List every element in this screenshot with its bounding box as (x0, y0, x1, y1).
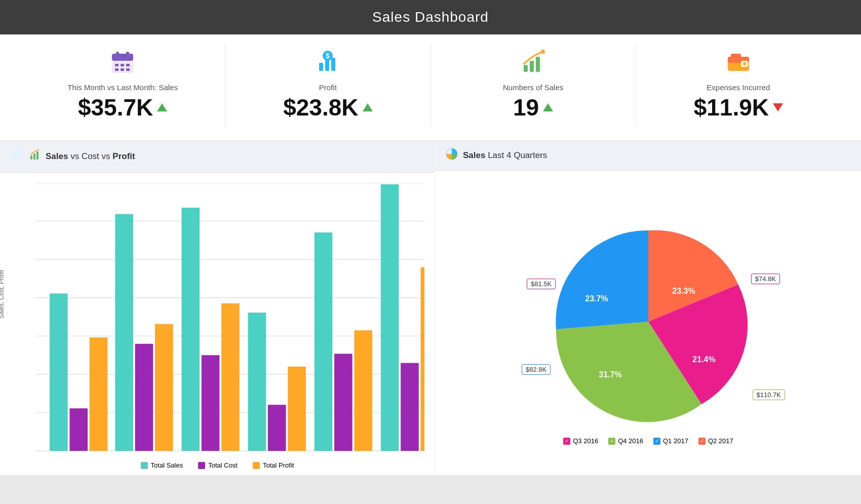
bar-chart-panel: 💰 Sales vs Cost vs Profit Sales, Cost, P… (0, 141, 435, 475)
kpi-profit: $ Profit $23.8K (225, 45, 430, 126)
kpi-numsales-trend-icon (543, 103, 553, 111)
svg-text:23.7%: 23.7% (585, 294, 608, 303)
bar-chart-title: Sales vs Cost vs Profit (46, 151, 135, 162)
bar-chart-icon: 💰 (10, 148, 24, 165)
svg-rect-23 (731, 54, 741, 58)
svg-rect-57 (315, 232, 333, 451)
header: Sales Dashboard (0, 0, 861, 34)
svg-rect-46 (69, 408, 88, 451)
kpi-profit-value: $23.8K (283, 94, 372, 121)
header-title: Sales Dashboard (372, 9, 489, 25)
pie-label-q3: $74.8K (751, 274, 780, 284)
svg-rect-45 (50, 293, 68, 451)
svg-rect-59 (354, 330, 372, 451)
kpi-sales-label: This Month vs Last Month: Sales (67, 83, 178, 92)
svg-rect-51 (181, 208, 200, 451)
svg-rect-62 (421, 267, 424, 451)
bar-chart-legend: Total Sales Total Cost Total Profit (0, 457, 435, 475)
svg-rect-52 (202, 355, 220, 451)
svg-rect-49 (135, 344, 153, 451)
svg-rect-5 (121, 64, 124, 66)
kpi-numsales: Numbers of Sales 19 (430, 45, 636, 126)
svg-rect-50 (155, 324, 173, 451)
svg-rect-15 (524, 65, 528, 72)
legend-total-sales: Total Sales (141, 461, 183, 469)
bar-chart-body: Sales, Cost, Profit $35K $30K $25K $20K (0, 173, 435, 475)
kpi-numsales-label: Numbers of Sales (503, 83, 563, 92)
svg-rect-48 (115, 214, 133, 451)
svg-point-18 (541, 50, 545, 54)
svg-rect-53 (221, 303, 240, 451)
svg-rect-60 (381, 184, 399, 451)
pie-label-q1: $82.8K (522, 364, 551, 375)
svg-rect-61 (401, 363, 419, 451)
pie-label-q2: $81.5K (527, 279, 556, 289)
kpi-expenses-trend-icon (773, 103, 783, 111)
svg-text:$: $ (326, 52, 330, 60)
svg-rect-6 (126, 64, 130, 66)
kpi-sales-value: $35.7K (78, 94, 167, 121)
svg-rect-17 (536, 57, 540, 72)
pie-chart-icon (446, 148, 458, 163)
svg-rect-1 (112, 54, 133, 61)
svg-rect-56 (288, 367, 306, 451)
pie-chart-title: Sales Last 4 Quarters (463, 150, 547, 161)
svg-rect-8 (121, 68, 124, 71)
svg-rect-47 (90, 337, 108, 451)
svg-rect-9 (126, 68, 130, 71)
svg-text:23.3%: 23.3% (672, 287, 695, 295)
svg-rect-4 (115, 64, 119, 66)
svg-rect-26 (30, 156, 32, 160)
svg-rect-3 (126, 52, 129, 57)
svg-rect-58 (334, 354, 353, 451)
kpi-expenses-value: $11.9K (694, 94, 783, 121)
svg-rect-16 (530, 61, 534, 72)
kpi-sales-trend-icon (157, 103, 167, 111)
pie-label-q4: $110.7K (753, 390, 785, 400)
svg-rect-55 (268, 405, 286, 451)
svg-rect-27 (33, 153, 35, 160)
svg-rect-2 (116, 52, 119, 57)
kpi-sales: This Month vs Last Month: Sales $35.7K (20, 45, 225, 126)
bar-chart-header-icon2 (29, 149, 41, 164)
wallet-icon (726, 50, 751, 80)
svg-rect-7 (115, 68, 119, 71)
pie-chart-body: 23.3% 21.4% 31.7% 23.7% $81.5K $74.8K $1… (436, 171, 861, 475)
calendar-icon (110, 50, 135, 80)
legend-total-cost: Total Cost (198, 461, 238, 469)
svg-rect-12 (319, 63, 323, 71)
bar-chart-header: 💰 Sales vs Cost vs Profit (0, 141, 435, 173)
kpi-expenses: Expenses Incurred $11.9K (636, 45, 841, 126)
svg-rect-54 (248, 313, 266, 451)
pie-chart-panel: Sales Last 4 Quarters (436, 141, 861, 475)
svg-rect-14 (331, 58, 335, 71)
pie-chart-header: Sales Last 4 Quarters (436, 141, 861, 171)
profit-icon: $ (315, 50, 340, 80)
svg-text:21.4%: 21.4% (692, 355, 715, 364)
svg-rect-13 (325, 60, 329, 71)
charts-row: 💰 Sales vs Cost vs Profit Sales, Cost, P… (0, 141, 861, 475)
kpi-profit-label: Profit (319, 83, 337, 92)
svg-point-24 (11, 148, 24, 162)
chart-up-icon (521, 50, 546, 80)
svg-text:31.7%: 31.7% (599, 370, 621, 379)
legend-total-profit: Total Profit (253, 461, 294, 469)
kpi-profit-trend-icon (363, 103, 373, 111)
y-axis-label: Sales, Cost, Profit (0, 270, 5, 319)
svg-point-22 (743, 62, 746, 65)
kpi-row: This Month vs Last Month: Sales $35.7K $… (0, 34, 861, 141)
kpi-numsales-value: 19 (513, 94, 553, 121)
svg-rect-28 (36, 151, 38, 160)
kpi-expenses-label: Expenses Incurred (707, 83, 770, 92)
